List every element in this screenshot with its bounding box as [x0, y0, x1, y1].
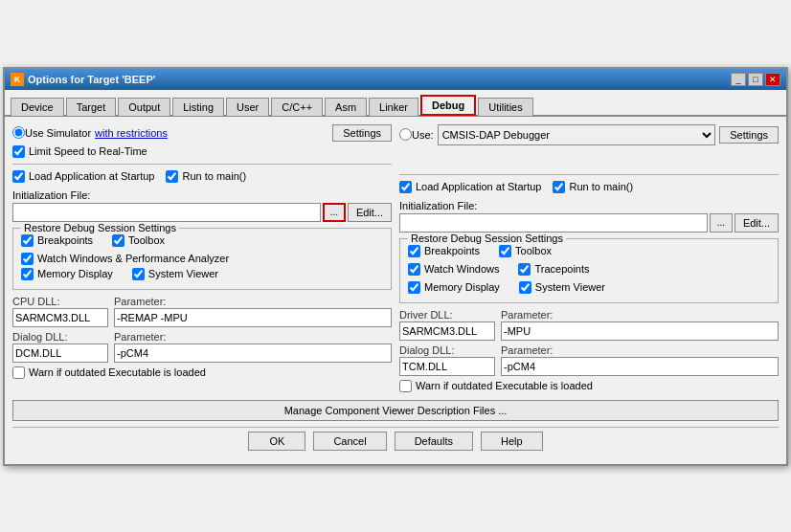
ok-button[interactable]: OK [248, 432, 305, 451]
left-breakpoints-label: Breakpoints [37, 234, 93, 246]
maximize-button[interactable]: □ [748, 73, 763, 86]
right-dialog-dll-row: TCM.DLL -pCM4 [399, 357, 779, 376]
left-dialog-dll-label: Dialog DLL: [12, 331, 108, 343]
right-warn-row: Warn if outdated Executable is loaded [399, 380, 779, 392]
use-simulator-radio[interactable] [12, 126, 25, 139]
tab-user[interactable]: User [226, 98, 269, 116]
right-driver-param-input[interactable]: -MPU [501, 321, 779, 341]
right-load-app-row: Load Application at Startup [399, 181, 541, 193]
right-driver-dll-row: SARMCM3.DLL -MPU [399, 321, 779, 341]
right-dialog-dll-input[interactable]: TCM.DLL [399, 357, 495, 376]
right-tracepoints-label: Tracepoints [534, 263, 589, 275]
use-label: Use: [412, 129, 434, 141]
left-breakpoints-checkbox[interactable] [21, 234, 34, 247]
right-edit-button[interactable]: Edit... [734, 213, 779, 233]
left-warn-checkbox[interactable] [12, 366, 25, 379]
tab-utilities[interactable]: Utilities [478, 98, 532, 116]
right-dialog-param-label: Parameter: [501, 344, 553, 356]
right-tracepoints-checkbox[interactable] [518, 263, 531, 276]
right-breakpoints-checkbox[interactable] [408, 245, 420, 257]
left-toolbox-checkbox[interactable] [112, 234, 124, 247]
right-init-input[interactable] [399, 213, 708, 233]
left-memory-checkbox[interactable] [21, 268, 34, 280]
tab-debug[interactable]: Debug [420, 95, 476, 116]
tab-bar: Device Target Output Listing User C/C++ … [5, 90, 786, 117]
main-window: K Options for Target 'BEEP' _ □ ✕ Device… [3, 67, 788, 466]
app-icon: K [11, 73, 24, 86]
tab-asm[interactable]: Asm [325, 98, 367, 116]
defaults-button[interactable]: Defaults [395, 432, 473, 451]
right-driver-param-label: Parameter: [501, 309, 553, 321]
right-settings-button[interactable]: Settings [719, 126, 779, 144]
left-load-app-checkbox[interactable] [12, 170, 25, 183]
left-settings-button[interactable]: Settings [332, 124, 392, 142]
right-dialog-param-input[interactable]: -pCM4 [501, 357, 779, 376]
tab-target[interactable]: Target [66, 98, 117, 116]
left-run-main-checkbox[interactable] [166, 170, 178, 183]
limit-speed-label: Limit Speed to Real-Time [29, 145, 147, 157]
right-run-main-label: Run to main() [569, 181, 633, 192]
left-cpu-dll-label: CPU DLL: [12, 296, 108, 307]
left-init-row: ... Edit... [12, 203, 392, 222]
help-button[interactable]: Help [481, 432, 543, 451]
right-init-label: Initialization File: [399, 200, 779, 211]
right-toolbox-label: Toolbox [515, 245, 552, 256]
left-run-main-label: Run to main() [182, 170, 246, 182]
right-load-app-checkbox[interactable] [399, 181, 412, 193]
left-breakpoints-row: Breakpoints [21, 234, 93, 247]
limit-speed-checkbox[interactable] [12, 145, 25, 158]
right-memory-checkbox[interactable] [408, 281, 420, 294]
right-watch-label: Watch Windows [424, 263, 499, 275]
left-dll-section: CPU DLL: Parameter: SARMCM3.DLL -REMAP -… [12, 296, 392, 363]
right-watch-row: Watch Windows [408, 263, 499, 276]
right-watch-checkbox[interactable] [408, 263, 420, 276]
right-driver-dll-label: Driver DLL: [399, 309, 495, 321]
right-driver-dll-input[interactable]: SARMCM3.DLL [399, 321, 495, 341]
right-toolbox-checkbox[interactable] [499, 245, 511, 257]
left-toolbox-label: Toolbox [128, 234, 165, 246]
left-load-app-label: Load Application at Startup [29, 170, 154, 182]
left-dialog-labels: Dialog DLL: Parameter: [12, 331, 392, 343]
minimize-button[interactable]: _ [731, 73, 746, 86]
right-browse-button[interactable]: ... [710, 213, 733, 233]
left-init-input[interactable] [12, 203, 321, 222]
right-sysviewer-checkbox[interactable] [519, 281, 531, 294]
left-memory-row: Memory Display [21, 268, 113, 280]
right-load-app-label: Load Application at Startup [416, 181, 541, 192]
close-button[interactable]: ✕ [765, 73, 780, 86]
with-restrictions-link[interactable]: with restrictions [95, 127, 168, 139]
left-init-label: Initialization File: [12, 189, 392, 201]
left-memory-label: Memory Display [37, 268, 113, 279]
main-columns: Use Simulator with restrictions Settings… [12, 124, 779, 396]
left-dialog-param-input[interactable]: -pCM4 [114, 344, 392, 363]
tab-device[interactable]: Device [11, 98, 64, 116]
left-browse-button[interactable]: ... [323, 203, 346, 222]
right-run-main-checkbox[interactable] [553, 181, 565, 193]
manage-button[interactable]: Manage Component Viewer Description File… [12, 400, 779, 421]
left-restore-group: Restore Debug Session Settings Breakpoin… [12, 228, 392, 290]
window-title: Options for Target 'BEEP' [28, 74, 155, 85]
tab-cpp[interactable]: C/C++ [271, 98, 323, 116]
left-sysviewer-checkbox[interactable] [132, 268, 145, 280]
right-init-row: ... Edit... [399, 213, 779, 233]
cancel-button[interactable]: Cancel [313, 432, 386, 451]
left-cpu-param-input[interactable]: -REMAP -MPU [114, 308, 392, 327]
use-debugger-radio[interactable] [399, 128, 412, 141]
right-warn-label: Warn if outdated Executable is loaded [416, 380, 593, 391]
left-edit-button[interactable]: Edit... [348, 203, 392, 222]
right-dialog-labels: Dialog DLL: Parameter: [399, 344, 779, 356]
left-watch-checkbox[interactable] [21, 253, 34, 265]
tab-linker[interactable]: Linker [369, 98, 418, 116]
right-warn-checkbox[interactable] [399, 380, 412, 392]
tab-output[interactable]: Output [118, 98, 170, 116]
tab-listing[interactable]: Listing [172, 98, 224, 116]
left-dialog-dll-input[interactable]: DCM.DLL [12, 344, 108, 363]
left-load-app-row: Load Application at Startup [12, 170, 154, 183]
left-cpu-dll-input[interactable]: SARMCM3.DLL [12, 308, 108, 327]
left-dll-labels: CPU DLL: Parameter: [12, 296, 392, 307]
right-sysviewer-label: System Viewer [535, 281, 605, 293]
title-bar: K Options for Target 'BEEP' _ □ ✕ [5, 69, 786, 90]
right-breakpoints-label: Breakpoints [424, 245, 480, 256]
debugger-select[interactable]: CMSIS-DAP Debugger [438, 124, 716, 145]
right-tracepoints-row: Tracepoints [518, 263, 589, 276]
